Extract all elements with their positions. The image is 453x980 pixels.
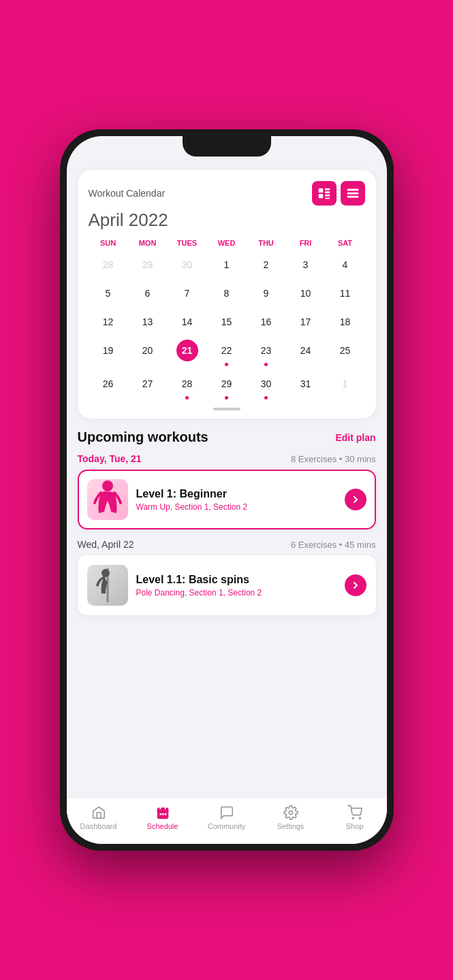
cal-day[interactable]: 4	[326, 251, 365, 278]
nav-item-settings[interactable]: Settings	[270, 805, 311, 830]
day-sun: SUN	[89, 238, 128, 248]
cal-day[interactable]: 23	[247, 337, 286, 369]
cal-day[interactable]: 8	[207, 280, 247, 307]
cal-day[interactable]: 29	[207, 370, 247, 402]
day-wed: WED	[207, 238, 247, 248]
cal-day[interactable]: 29	[128, 251, 168, 278]
cal-day[interactable]: 25	[326, 337, 365, 369]
screen-content: Workout Calendar	[67, 136, 387, 844]
wed-date-label: Wed, April 22	[78, 539, 134, 550]
cal-day[interactable]: 11	[326, 280, 365, 307]
notch	[183, 136, 271, 157]
cal-day[interactable]: 22	[207, 337, 247, 369]
nav-item-dashboard[interactable]: Dashboard	[78, 805, 119, 830]
workout-sub-2: Pole Dancing, Section 1, Section 2	[136, 588, 337, 598]
svg-rect-2	[324, 189, 329, 191]
cal-day[interactable]: 10	[286, 280, 326, 307]
cal-day[interactable]: 3	[286, 251, 326, 278]
svg-rect-5	[324, 197, 329, 199]
svg-rect-15	[159, 813, 161, 815]
header-buttons	[312, 181, 365, 206]
cal-day[interactable]: 24	[286, 337, 326, 369]
month-label: April	[89, 210, 124, 230]
workout-image-1	[87, 479, 128, 520]
list-view-btn[interactable]	[341, 181, 365, 206]
cal-week-1: 28 29 30 1 2 3 4	[89, 251, 365, 278]
cal-day[interactable]: 26	[89, 370, 128, 402]
nav-label-schedule: Schedule	[147, 822, 178, 830]
svg-point-19	[352, 817, 354, 819]
workout-info-2: Level 1.1: Basic spins Pole Dancing, Sec…	[136, 574, 337, 598]
cal-day[interactable]: 30	[247, 370, 286, 402]
nav-label-shop: Shop	[346, 822, 364, 830]
cal-day[interactable]: 1	[326, 370, 365, 402]
calendar-view-btn[interactable]	[312, 181, 337, 206]
svg-rect-8	[347, 196, 358, 198]
workout-thumb-1	[87, 479, 128, 520]
wed-date-row: Wed, April 22 6 Exercises • 45 mins	[78, 539, 376, 550]
nav-item-schedule[interactable]: Schedule	[142, 805, 183, 830]
cal-day[interactable]: 2	[247, 251, 286, 278]
workout-arrow-2[interactable]	[345, 574, 366, 596]
bottom-nav: Dashboard Schedule	[67, 798, 387, 844]
svg-rect-7	[347, 193, 358, 195]
nav-item-community[interactable]: Community	[206, 805, 247, 830]
svg-rect-0	[318, 189, 322, 193]
upcoming-section: Upcoming workouts Edit plan Today, Tue, …	[67, 419, 387, 798]
calendar-title: Workout Calendar	[89, 188, 166, 199]
cal-day[interactable]: 16	[247, 308, 286, 336]
svg-rect-4	[324, 195, 329, 197]
day-tue: TUES	[168, 238, 207, 248]
cal-day[interactable]: 7	[168, 280, 207, 307]
today-meta: 8 Exercises • 30 mins	[291, 454, 375, 464]
cal-week-5: 26 27 28 29 30 31 1	[89, 370, 365, 402]
workout-sub-1: Warm Up, Section 1, Section 2	[136, 502, 337, 512]
day-headers: SUN MON TUES WED THU FRI SAT	[89, 238, 365, 248]
nav-item-shop[interactable]: Shop	[334, 805, 375, 830]
cal-day[interactable]: 9	[247, 280, 286, 307]
today-date-row: Today, Tue, 21 8 Exercises • 30 mins	[78, 453, 376, 464]
svg-rect-16	[162, 813, 164, 815]
cal-day[interactable]: 5	[89, 280, 128, 307]
svg-rect-6	[347, 189, 358, 191]
month-year: April 2022	[89, 210, 365, 231]
workout-card-2[interactable]: Level 1.1: Basic spins Pole Dancing, Sec…	[78, 555, 376, 615]
cal-day[interactable]: 14	[168, 308, 207, 336]
workout-arrow-1[interactable]	[345, 489, 366, 510]
cal-day[interactable]: 31	[286, 370, 326, 402]
cal-day[interactable]: 30	[168, 251, 207, 278]
workout-thumb-2	[87, 565, 128, 606]
workout-image-2	[87, 565, 128, 606]
today-date-label: Today, Tue, 21	[78, 453, 142, 464]
cal-day[interactable]: 27	[128, 370, 168, 402]
phone-frame: Workout Calendar	[60, 129, 394, 851]
calendar-header: Workout Calendar	[89, 181, 365, 206]
cal-day[interactable]: 13	[128, 308, 168, 336]
edit-plan-button[interactable]: Edit plan	[335, 432, 375, 443]
cal-day[interactable]: 15	[207, 308, 247, 336]
cal-day[interactable]: 18	[326, 308, 365, 336]
cal-day[interactable]: 1	[207, 251, 247, 278]
nav-label-community: Community	[208, 822, 246, 830]
cal-day[interactable]: 28	[168, 370, 207, 402]
cal-day[interactable]: 6	[128, 280, 168, 307]
calendar-grid: SUN MON TUES WED THU FRI SAT 28 29 30	[89, 238, 365, 402]
cal-day-today[interactable]: 21	[168, 337, 207, 369]
cal-day[interactable]: 20	[128, 337, 168, 369]
workout-name-2: Level 1.1: Basic spins	[136, 574, 337, 586]
cal-week-2: 5 6 7 8 9 10 11	[89, 280, 365, 307]
nav-label-dashboard: Dashboard	[80, 822, 117, 830]
nav-label-settings: Settings	[277, 822, 304, 830]
cal-day[interactable]: 19	[89, 337, 128, 369]
svg-point-18	[289, 811, 293, 815]
upcoming-title: Upcoming workouts	[78, 429, 208, 445]
cal-day[interactable]: 12	[89, 308, 128, 336]
workout-name-1: Level 1: Beginner	[136, 488, 337, 500]
cal-week-3: 12 13 14 15 16 17 18	[89, 308, 365, 336]
workout-card-1[interactable]: Level 1: Beginner Warm Up, Section 1, Se…	[78, 470, 376, 529]
cal-day[interactable]: 17	[286, 308, 326, 336]
cal-day[interactable]: 28	[89, 251, 128, 278]
svg-point-9	[102, 480, 113, 491]
svg-rect-14	[157, 810, 168, 812]
drag-handle	[213, 408, 240, 410]
